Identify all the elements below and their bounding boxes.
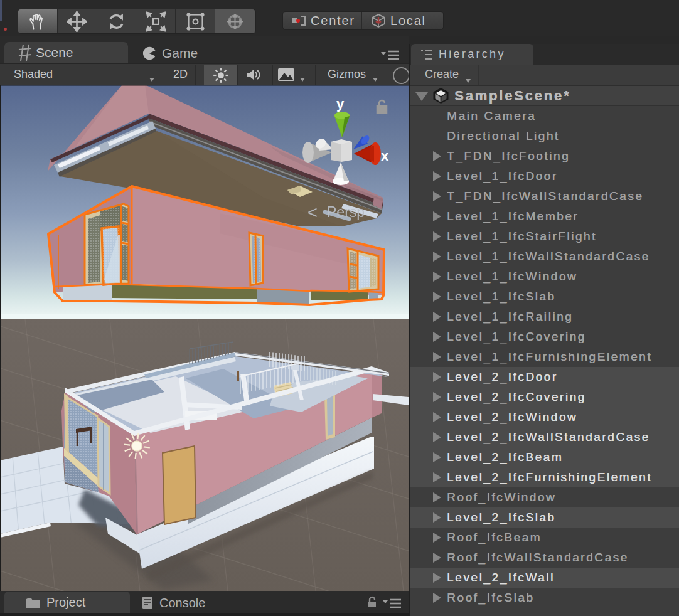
svg-text:y: y bbox=[336, 96, 345, 112]
svg-text:<: < bbox=[307, 203, 318, 222]
svg-text:Persp: Persp bbox=[327, 204, 365, 220]
svg-text:x: x bbox=[381, 148, 389, 164]
